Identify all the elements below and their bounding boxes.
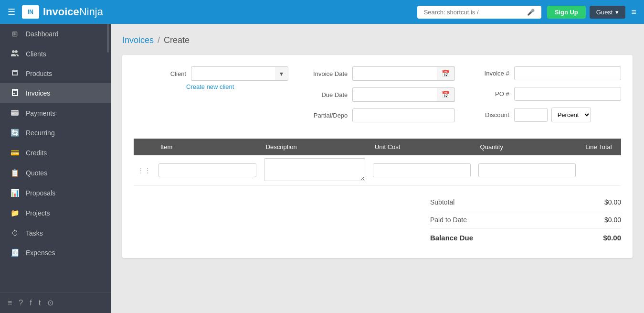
table-row: ⋮⋮ [134, 155, 621, 186]
footer-facebook-icon[interactable]: f [30, 299, 32, 307]
table-item-header: Item [155, 139, 260, 155]
sidebar-item-label: Tasks [26, 229, 43, 237]
sidebar: ⊞ Dashboard Clients Products Invoices [0, 24, 111, 313]
sidebar-item-quotes[interactable]: 📋 Quotes [0, 163, 111, 183]
sidebar-item-dashboard[interactable]: ⊞ Dashboard [0, 24, 111, 44]
client-input[interactable] [191, 66, 275, 81]
totals-section: Subtotal $0.00 Paid to Date $0.00 Balanc… [430, 194, 621, 247]
balance-due-label: Balance Due [430, 234, 473, 242]
po-num-input[interactable] [514, 87, 621, 101]
proposals-icon: 📊 [10, 189, 20, 197]
footer-github-icon[interactable]: ⊙ [47, 298, 53, 307]
client-label: Client [134, 70, 186, 77]
sidebar-item-label: Products [26, 70, 52, 77]
discount-label: Discount [466, 111, 509, 119]
guest-button[interactable]: Guest ▾ [590, 6, 626, 19]
svg-rect-1 [11, 111, 19, 112]
sidebar-item-projects[interactable]: 📁 Projects [0, 203, 111, 223]
table-line-total-cell [580, 155, 621, 186]
sidebar-item-label: Invoices [26, 89, 50, 97]
discount-input[interactable] [514, 108, 548, 122]
sidebar-item-proposals[interactable]: 📊 Proposals [0, 183, 111, 203]
payments-icon [10, 109, 20, 117]
sidebar-item-label: Proposals [26, 189, 55, 197]
footer-help-icon[interactable]: ? [19, 299, 23, 307]
sidebar-item-tasks[interactable]: ⏱ Tasks [0, 223, 111, 243]
sidebar-item-recurring[interactable]: 🔄 Recurring [0, 123, 111, 143]
breadcrumb: Invoices / Create [122, 35, 633, 45]
topnav-kebab-icon[interactable]: ≡ [631, 7, 636, 17]
main-content: Invoices / Create Client ▾ [111, 24, 644, 313]
item-input[interactable] [158, 163, 256, 177]
partial-label: Partial/Depo [300, 112, 348, 119]
invoice-num-section: Invoice # 0001 PO # Discount [466, 66, 621, 129]
table-unit-cost-cell [369, 155, 475, 186]
balance-due-value: $0.00 [603, 234, 621, 242]
paid-to-date-label: Paid to Date [430, 216, 467, 224]
sidebar-footer: ≡ ? f t ⊙ [0, 292, 111, 313]
quantity-input[interactable] [478, 163, 576, 177]
sidebar-item-products[interactable]: Products [0, 64, 111, 83]
invoice-num-input[interactable]: 0001 [514, 66, 621, 80]
footer-menu-icon[interactable]: ≡ [8, 299, 12, 307]
due-date-calendar-icon[interactable]: 📅 [437, 87, 455, 102]
subtotal-value: $0.00 [604, 198, 621, 206]
projects-icon: 📁 [10, 209, 20, 217]
quotes-icon: 📋 [10, 169, 20, 177]
po-num-label: PO # [466, 90, 509, 97]
tasks-icon: ⏱ [10, 229, 20, 237]
due-date-label: Due Date [300, 91, 348, 98]
table-header: Item Description Unit Cost Quantity Line… [134, 139, 621, 155]
footer-twitter-icon[interactable]: t [39, 299, 41, 307]
client-input-group: ▾ [191, 66, 288, 81]
table-description-header: Description [260, 139, 369, 155]
invoice-date-calendar-icon[interactable]: 📅 [437, 66, 455, 81]
sidebar-item-label: Dashboard [26, 30, 59, 38]
invoice-date-input-group: Mar 24, 20 📅 [352, 66, 454, 81]
sidebar-item-label: Projects [26, 209, 50, 217]
sidebar-item-credits[interactable]: 💳 Credits [0, 143, 111, 163]
due-date-input-group: 📅 [352, 87, 454, 102]
subtotal-row: Subtotal $0.00 [430, 194, 621, 211]
expenses-icon: 🧾 [10, 248, 20, 257]
table-quantity-header: Quantity [475, 139, 580, 155]
partial-input[interactable] [352, 108, 454, 122]
layout: ⊞ Dashboard Clients Products Invoices [0, 24, 644, 313]
table-drag-col-header [134, 139, 155, 155]
table-unit-cost-header: Unit Cost [369, 139, 475, 155]
create-client-link[interactable]: Create new client [186, 83, 234, 90]
sidebar-item-label: Payments [26, 109, 55, 117]
subtotal-label: Subtotal [430, 198, 454, 206]
discount-input-group: Percent Amount [514, 108, 621, 122]
invoice-date-section: Invoice Date Mar 24, 20 📅 Due Date [300, 66, 454, 129]
guest-chevron-icon: ▾ [615, 9, 619, 16]
topnav-search-box: 🎤 [417, 6, 541, 19]
invoice-date-label: Invoice Date [300, 70, 348, 77]
breadcrumb-invoices-link[interactable]: Invoices [122, 35, 154, 45]
table-line-total-header: Line Total [580, 139, 621, 155]
credits-icon: 💳 [10, 149, 20, 157]
table-drag-cell: ⋮⋮ [134, 155, 155, 186]
sidebar-item-payments[interactable]: Payments [0, 103, 111, 123]
client-dropdown-button[interactable]: ▾ [275, 66, 288, 81]
mic-icon: 🎤 [527, 9, 535, 16]
topnav-logo: IN InvoiceNinja [22, 5, 417, 19]
table-quantity-cell [475, 155, 580, 186]
invoice-date-input[interactable]: Mar 24, 20 [352, 66, 436, 81]
description-input[interactable] [264, 158, 365, 181]
topnav-logo-text: InvoiceNinja [43, 6, 103, 18]
invoice-card: Client ▾ Create new client [122, 55, 633, 258]
sidebar-item-clients[interactable]: Clients [0, 44, 111, 64]
due-date-input[interactable] [352, 87, 436, 102]
signup-button[interactable]: Sign Up [547, 6, 586, 19]
sidebar-item-invoices[interactable]: Invoices [0, 83, 111, 103]
paid-to-date-row: Paid to Date $0.00 [430, 211, 621, 229]
discount-type-select[interactable]: Percent Amount [551, 108, 591, 122]
svg-rect-0 [11, 110, 19, 116]
search-input[interactable] [424, 9, 524, 16]
sidebar-item-expenses[interactable]: 🧾 Expenses [0, 243, 111, 263]
unit-cost-input[interactable] [373, 163, 471, 177]
breadcrumb-current: Create [164, 35, 190, 45]
svg-rect-2 [12, 113, 14, 114]
topnav-menu-icon[interactable]: ☰ [8, 7, 15, 17]
